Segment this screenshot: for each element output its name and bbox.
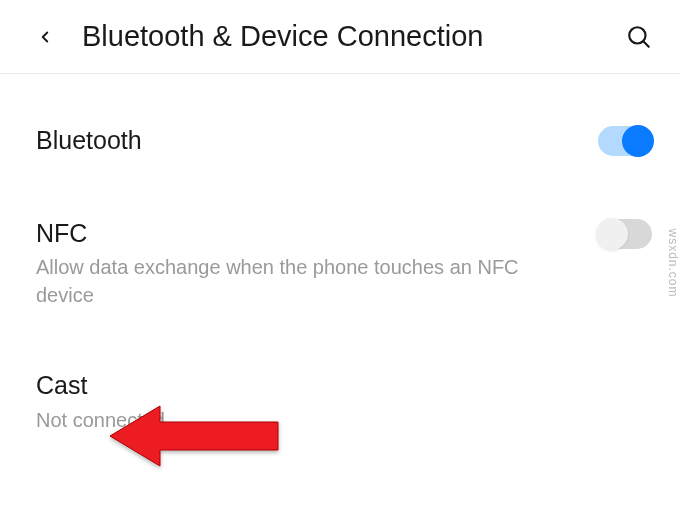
toggle-knob	[622, 125, 654, 157]
settings-list: Bluetooth NFC Allow data exchange when t…	[0, 74, 680, 452]
setting-text: Cast Not connected	[36, 369, 652, 434]
svg-line-1	[643, 41, 648, 46]
bluetooth-label: Bluetooth	[36, 124, 578, 157]
back-icon[interactable]	[36, 28, 54, 46]
watermark: wsxdn.com	[666, 228, 680, 297]
setting-text: Bluetooth	[36, 124, 598, 157]
nfc-description: Allow data exchange when the phone touch…	[36, 253, 578, 309]
nfc-label: NFC	[36, 217, 578, 250]
header-bar: Bluetooth & Device Connection	[0, 0, 680, 74]
search-icon[interactable]	[626, 24, 652, 50]
bluetooth-toggle[interactable]	[598, 126, 652, 156]
cast-label: Cast	[36, 369, 632, 402]
toggle-knob	[596, 218, 628, 250]
setting-nfc[interactable]: NFC Allow data exchange when the phone t…	[0, 199, 680, 328]
setting-cast[interactable]: Cast Not connected	[0, 351, 680, 452]
setting-bluetooth[interactable]: Bluetooth	[0, 106, 680, 175]
cast-status: Not connected	[36, 406, 632, 434]
setting-text: NFC Allow data exchange when the phone t…	[36, 217, 598, 310]
page-title: Bluetooth & Device Connection	[82, 20, 626, 53]
nfc-toggle[interactable]	[598, 219, 652, 249]
